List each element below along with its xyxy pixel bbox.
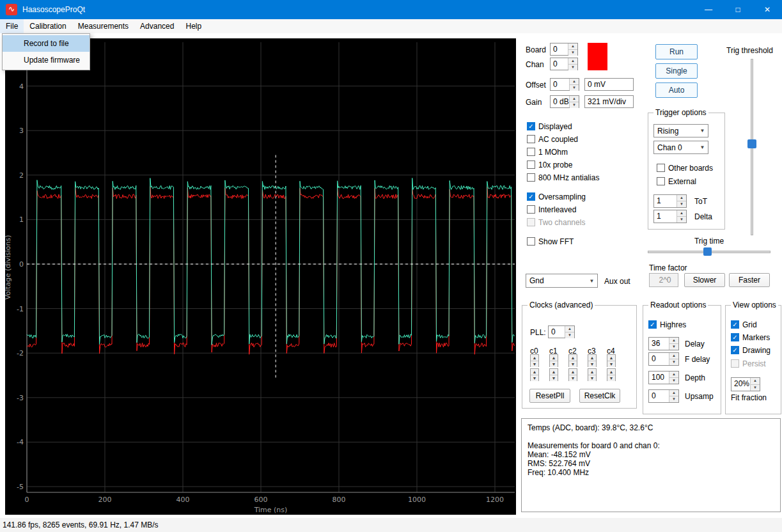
delta-spinbox[interactable]: 1 ▲▼ xyxy=(653,210,687,223)
spin-down-icon[interactable]: ▼ xyxy=(588,361,596,367)
spin-up-icon[interactable]: ▲ xyxy=(531,369,538,375)
depth-spinbox[interactable]: 100 ▲▼ xyxy=(648,371,679,384)
aux-out-combobox[interactable]: Gnd ▼ xyxy=(526,274,598,288)
tot-spin-arrows[interactable]: ▲▼ xyxy=(676,195,686,207)
auto-button[interactable]: Auto xyxy=(655,82,698,98)
gain-mvdiv-field[interactable]: 321 mV/div xyxy=(584,95,634,108)
trig-threshold-slider-handle[interactable] xyxy=(747,139,756,148)
spin-up-icon[interactable]: ▲ xyxy=(531,355,538,361)
spin-up-icon[interactable]: ▲ xyxy=(607,355,615,361)
checkbox-ac-coupled[interactable]: AC coupled xyxy=(527,135,578,144)
spin-down-icon[interactable]: ▼ xyxy=(550,375,558,381)
spin-down-icon[interactable]: ▼ xyxy=(669,343,678,350)
spin-up-icon[interactable]: ▲ xyxy=(751,378,760,384)
fit-fraction-spinbox[interactable]: 20% ▲▼ xyxy=(731,377,760,391)
clock-c4-fine-spinner[interactable]: ▲▼ xyxy=(607,368,616,381)
single-button[interactable]: Single xyxy=(655,63,698,79)
pll-spin-arrows[interactable]: ▲▼ xyxy=(565,326,574,338)
menu-help[interactable]: Help xyxy=(180,19,207,33)
spin-up-icon[interactable]: ▲ xyxy=(669,372,678,377)
reset-pll-button[interactable]: ResetPll xyxy=(529,389,570,403)
upsamp-spin-arrows[interactable]: ▲▼ xyxy=(669,390,678,402)
spin-down-icon[interactable]: ▼ xyxy=(531,375,538,381)
oscilloscope-plot[interactable]: 02004006008001000120043210-1-2-3-4-5Time… xyxy=(5,38,516,515)
checkbox-external[interactable]: External xyxy=(657,177,696,186)
clock-c3-coarse-spinner[interactable]: ▲▼ xyxy=(588,354,597,367)
spin-down-icon[interactable]: ▼ xyxy=(607,361,615,367)
checkbox-drawing[interactable]: ✓ Drawing xyxy=(731,346,770,355)
spin-up-icon[interactable]: ▲ xyxy=(565,326,574,332)
upsamp-spinbox[interactable]: 0 ▲▼ xyxy=(648,389,679,403)
checkbox-grid[interactable]: ✓ Grid xyxy=(731,320,757,329)
spin-up-icon[interactable]: ▲ xyxy=(677,210,686,216)
checkbox-highres[interactable]: ✓ Highres xyxy=(648,320,686,329)
delay-spinbox[interactable]: 36 ▲▼ xyxy=(648,337,679,350)
spin-down-icon[interactable]: ▼ xyxy=(751,384,760,391)
spin-up-icon[interactable]: ▲ xyxy=(669,390,678,396)
offset-spinbox[interactable]: 0 ▲▼ xyxy=(550,78,579,91)
checkbox-interleaved[interactable]: Interleaved xyxy=(527,205,576,214)
faster-button[interactable]: Faster xyxy=(729,273,770,287)
chan-spin-arrows[interactable]: ▲▼ xyxy=(568,58,577,70)
clock-c1-coarse-spinner[interactable]: ▲▼ xyxy=(549,354,558,367)
spin-down-icon[interactable]: ▼ xyxy=(531,361,538,367)
spin-down-icon[interactable]: ▼ xyxy=(607,375,615,381)
checkbox-oversampling[interactable]: ✓ Oversampling xyxy=(527,192,586,201)
checkbox-1mohm[interactable]: 1 MOhm xyxy=(527,148,568,157)
tot-spinbox[interactable]: 1 ▲▼ xyxy=(653,194,687,208)
depth-spin-arrows[interactable]: ▲▼ xyxy=(669,372,678,384)
spin-up-icon[interactable]: ▲ xyxy=(570,79,579,84)
menu-calibration[interactable]: Calibration xyxy=(24,19,72,33)
spin-up-icon[interactable]: ▲ xyxy=(569,369,577,375)
clock-c3-fine-spinner[interactable]: ▲▼ xyxy=(588,368,597,381)
run-button[interactable]: Run xyxy=(655,44,698,59)
spin-down-icon[interactable]: ▼ xyxy=(570,102,579,108)
spin-down-icon[interactable]: ▼ xyxy=(569,361,577,367)
spin-up-icon[interactable]: ▲ xyxy=(588,355,596,361)
trig-time-slider-handle[interactable] xyxy=(703,247,712,256)
spin-down-icon[interactable]: ▼ xyxy=(588,375,596,381)
spin-down-icon[interactable]: ▼ xyxy=(677,216,686,223)
fit-fraction-spin-arrows[interactable]: ▲▼ xyxy=(750,378,760,391)
menu-item-record-to-file[interactable]: Record to file xyxy=(3,35,90,52)
gain-spinbox[interactable]: 0 dB ▲▼ xyxy=(550,95,579,108)
spin-up-icon[interactable]: ▲ xyxy=(569,355,577,361)
clock-c2-coarse-spinner[interactable]: ▲▼ xyxy=(568,354,577,367)
spin-up-icon[interactable]: ▲ xyxy=(588,369,596,375)
spin-down-icon[interactable]: ▼ xyxy=(565,332,574,338)
spin-up-icon[interactable]: ▲ xyxy=(677,195,686,201)
menu-measurements[interactable]: Measurements xyxy=(72,19,134,33)
spin-up-icon[interactable]: ▲ xyxy=(669,353,678,359)
pll-spinbox[interactable]: 0 ▲▼ xyxy=(548,325,575,338)
spin-down-icon[interactable]: ▼ xyxy=(568,64,577,70)
offset-spin-arrows[interactable]: ▲▼ xyxy=(569,79,579,90)
checkbox-800mhz-antialias[interactable]: 800 MHz antialias xyxy=(527,173,599,182)
spin-down-icon[interactable]: ▼ xyxy=(669,396,678,402)
clock-c0-coarse-spinner[interactable]: ▲▼ xyxy=(530,354,539,367)
close-button[interactable]: ✕ xyxy=(753,0,782,19)
spin-down-icon[interactable]: ▼ xyxy=(570,84,579,91)
slower-button[interactable]: Slower xyxy=(684,273,725,287)
reset-clk-button[interactable]: ResetClk xyxy=(579,389,620,403)
gain-spin-arrows[interactable]: ▲▼ xyxy=(569,96,579,107)
clock-c1-fine-spinner[interactable]: ▲▼ xyxy=(549,368,558,381)
spin-up-icon[interactable]: ▲ xyxy=(568,58,577,64)
menu-file[interactable]: File xyxy=(0,19,24,33)
spin-down-icon[interactable]: ▼ xyxy=(677,201,686,207)
menu-item-update-firmware[interactable]: Update firmware xyxy=(3,52,90,68)
spin-up-icon[interactable]: ▲ xyxy=(550,369,558,375)
offset-mv-field[interactable]: 0 mV xyxy=(584,78,634,91)
spin-down-icon[interactable]: ▼ xyxy=(568,49,577,56)
checkbox-displayed[interactable]: ✓ Displayed xyxy=(527,122,572,131)
channel-color-swatch[interactable] xyxy=(588,43,607,70)
delay-spin-arrows[interactable]: ▲▼ xyxy=(669,338,678,350)
clock-c2-fine-spinner[interactable]: ▲▼ xyxy=(568,368,577,381)
board-spin-arrows[interactable]: ▲▼ xyxy=(568,43,577,55)
spin-up-icon[interactable]: ▲ xyxy=(607,369,615,375)
spin-up-icon[interactable]: ▲ xyxy=(669,338,678,343)
spin-down-icon[interactable]: ▼ xyxy=(669,359,678,365)
menu-advanced[interactable]: Advanced xyxy=(134,19,180,33)
trigger-channel-combobox[interactable]: Chan 0 ▼ xyxy=(653,141,708,154)
clock-c0-fine-spinner[interactable]: ▲▼ xyxy=(530,368,539,381)
chan-spinbox[interactable]: 0 ▲▼ xyxy=(550,58,578,70)
